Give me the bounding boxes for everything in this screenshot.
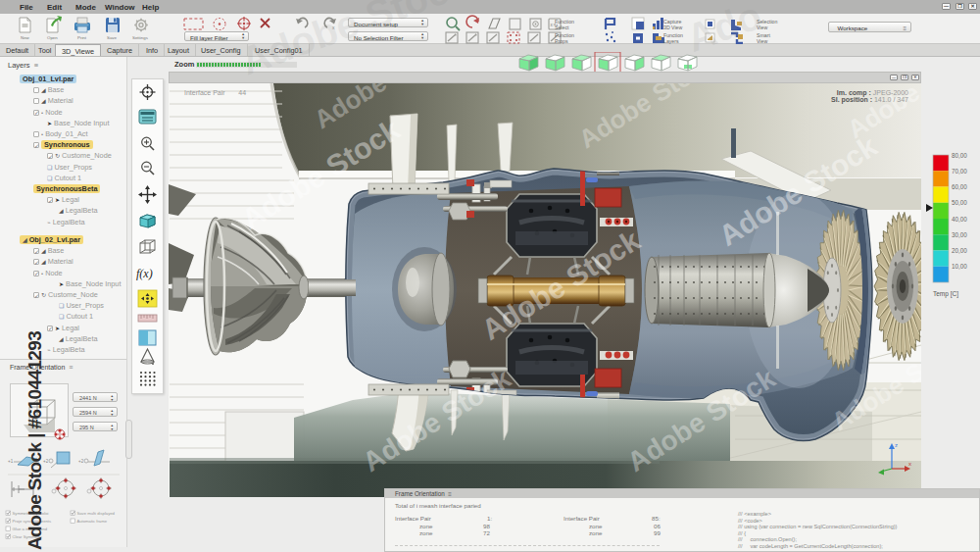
- svg-text:z: z: [895, 442, 898, 448]
- svg-text:f(x): f(x): [136, 267, 153, 280]
- svg-text:40,00: 40,00: [952, 216, 967, 223]
- svg-text:80,00: 80,00: [952, 152, 967, 159]
- svg-text:Temp [C]: Temp [C]: [933, 290, 958, 298]
- svg-text:x: x: [332, 25, 335, 30]
- svg-text:50,00: 50,00: [952, 199, 967, 206]
- svg-text:Adobe Stock | #610441293: Adobe Stock | #610441293: [24, 331, 45, 550]
- svg-text:30,00: 30,00: [952, 231, 967, 238]
- svg-text:x: x: [908, 461, 911, 467]
- svg-text:60,00: 60,00: [952, 183, 967, 190]
- svg-text:Save multi displayed: Save multi displayed: [77, 511, 116, 516]
- svg-text:20,00: 20,00: [952, 247, 967, 254]
- svg-text:+2: +2: [78, 459, 84, 464]
- svg-text:70,00: 70,00: [952, 168, 967, 175]
- svg-text:Automatic frame: Automatic frame: [77, 519, 108, 524]
- svg-text:10,00: 10,00: [952, 263, 967, 270]
